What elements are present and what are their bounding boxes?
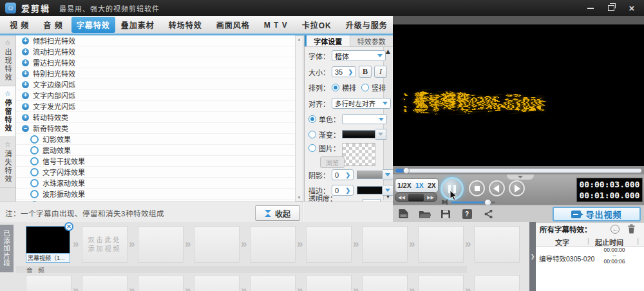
gradient-swatch[interactable] xyxy=(342,130,375,138)
italic-button[interactable]: I xyxy=(374,66,387,78)
subtitle-row-text[interactable]: 编导特效0305-020 xyxy=(539,254,594,263)
effect-item[interactable]: 水珠滚动效果 xyxy=(16,178,295,189)
effect-group-expanded[interactable]: 新奇特效类 xyxy=(16,123,295,134)
audio-placeholder[interactable] xyxy=(138,275,184,291)
shadow-stepper[interactable]: 0 xyxy=(332,169,354,180)
expand-icon[interactable] xyxy=(22,103,29,110)
expand-icon[interactable] xyxy=(22,92,29,99)
bold-button[interactable]: B xyxy=(359,66,372,78)
clip-placeholder[interactable] xyxy=(474,226,520,263)
added-clips-tab[interactable]: 已添加片段 xyxy=(0,225,14,272)
radio-solid-color[interactable] xyxy=(308,115,316,123)
tab-upgrade[interactable]: 升级与服务 xyxy=(340,17,393,33)
panel-expand-handle[interactable] xyxy=(529,222,536,291)
align-select[interactable]: 多行时左对齐 xyxy=(332,98,391,109)
clip-placeholder[interactable] xyxy=(362,226,408,263)
help-button[interactable]: ? xyxy=(460,208,473,220)
export-video-button[interactable]: 导出视频 xyxy=(553,207,641,221)
image-swatch[interactable] xyxy=(342,143,375,166)
expand-icon[interactable] xyxy=(22,70,29,77)
tab-karaoke[interactable]: 卡拉OK xyxy=(296,17,337,33)
back-arrow-button[interactable]: ← xyxy=(611,225,620,234)
shuttle-knob[interactable] xyxy=(408,193,424,202)
effect-group[interactable]: 文字边缘闪烁 xyxy=(16,79,295,90)
tab-font-settings[interactable]: 字体设置 xyxy=(305,35,350,46)
radio-vertical[interactable] xyxy=(361,84,369,91)
tab-effect-params[interactable]: 特效参数 xyxy=(350,35,393,46)
effect-item[interactable]: 信号干扰效果 xyxy=(16,156,295,167)
clip-placeholder[interactable] xyxy=(418,226,464,263)
open-project-button[interactable] xyxy=(418,208,431,220)
effect-group[interactable]: 倾斜扫光特效 xyxy=(16,35,295,46)
collapse-icon[interactable] xyxy=(22,125,29,132)
effect-item[interactable]: 文字闪烁效果 xyxy=(16,167,295,178)
browse-button[interactable]: 浏览 xyxy=(320,156,345,168)
audio-placeholder[interactable] xyxy=(306,275,352,291)
scroll-down-icon[interactable]: ▼ xyxy=(298,194,301,201)
tab-transitions[interactable]: 转场特效 xyxy=(163,17,208,33)
audio-placeholder[interactable] xyxy=(362,275,408,291)
gradient-dropdown[interactable] xyxy=(375,129,386,140)
tab-picture-style[interactable]: 画面风格 xyxy=(211,17,256,33)
tab-mtv[interactable]: M T V xyxy=(258,18,294,32)
effect-group[interactable]: 文字发光闪烁 xyxy=(16,101,295,112)
new-project-button[interactable] xyxy=(397,208,410,220)
scroll-up-icon[interactable]: ▲ xyxy=(298,36,301,42)
clip-remove-button[interactable]: ✕ xyxy=(64,222,73,231)
tab-audio[interactable]: 音 频 xyxy=(37,17,68,33)
shadow-color-swatch[interactable] xyxy=(357,171,383,179)
stroke-color-dropdown[interactable] xyxy=(383,185,393,196)
effect-group[interactable]: 雷达扫光特效 xyxy=(16,57,295,68)
effect-item[interactable]: 幻影效果 xyxy=(16,134,295,145)
font-size-stepper[interactable]: 35 xyxy=(332,66,356,77)
speed-2x[interactable]: 2X xyxy=(428,182,436,189)
tab-subtitle-effects[interactable]: 字幕特效 xyxy=(71,17,115,33)
effect-group[interactable]: 转动特效类 xyxy=(16,112,295,123)
volume-slider[interactable] xyxy=(451,202,495,203)
prev-frame-button[interactable] xyxy=(489,180,505,196)
speed-1x[interactable]: 1X xyxy=(415,182,424,189)
clip-placeholder[interactable] xyxy=(194,226,240,263)
font-family-select[interactable]: 楷体 xyxy=(332,50,386,61)
radio-horizontal[interactable] xyxy=(332,84,339,91)
radio-gradient[interactable] xyxy=(308,131,316,138)
close-button[interactable]: × xyxy=(627,4,636,13)
expand-icon[interactable] xyxy=(22,48,29,55)
audio-placeholder[interactable] xyxy=(250,275,296,291)
seek-bar[interactable] xyxy=(395,169,641,173)
audio-placeholder[interactable] xyxy=(474,275,520,291)
save-project-button[interactable] xyxy=(439,208,452,220)
minimize-button[interactable] xyxy=(586,4,595,13)
effect-item[interactable]: 震动效果 xyxy=(16,145,295,156)
clip-placeholder[interactable] xyxy=(138,226,184,263)
clip-thumbnail-black-video[interactable] xyxy=(26,226,70,254)
shadow-color-dropdown[interactable] xyxy=(383,169,393,180)
video-preview[interactable]: ：编导特效0305-02020 xyxy=(393,24,644,166)
audio-placeholder[interactable] xyxy=(82,275,128,291)
tab-video[interactable]: 视 频 xyxy=(4,17,35,33)
sidebar-item-appear-effects[interactable]: ☆ 出现特效 xyxy=(0,35,15,86)
sidebar-item-disappear-effects[interactable]: ☆ 消失特效 xyxy=(0,137,15,188)
restore-button[interactable] xyxy=(607,4,616,13)
expand-icon[interactable] xyxy=(22,37,29,44)
controls-collapse-handle[interactable] xyxy=(507,174,534,180)
speed-selector[interactable]: 1/2X 1X 2X xyxy=(395,178,439,192)
clip-placeholder[interactable] xyxy=(250,226,296,263)
radio-image[interactable] xyxy=(308,144,316,152)
collapse-button[interactable]: 收起 xyxy=(255,205,300,221)
stop-button[interactable] xyxy=(469,180,485,196)
effect-item[interactable]: 波形振动效果 xyxy=(16,189,295,200)
audio-placeholder[interactable] xyxy=(194,275,240,291)
expand-icon[interactable] xyxy=(22,81,29,88)
effect-list-scrollbar[interactable]: ▲ ▼ xyxy=(295,35,303,202)
effect-group[interactable]: 文字内部闪烁 xyxy=(16,90,295,101)
solid-color-select[interactable] xyxy=(342,114,387,124)
next-frame-button[interactable] xyxy=(509,180,525,196)
jog-shuttle[interactable]: ◀◀ ▶▶ xyxy=(395,192,437,202)
tab-overlay-material[interactable]: 叠加素材 xyxy=(115,17,160,33)
expand-icon[interactable] xyxy=(22,114,29,121)
audio-placeholder[interactable] xyxy=(418,275,464,291)
share-button[interactable] xyxy=(482,208,495,220)
seek-knob[interactable] xyxy=(403,167,410,174)
effect-group[interactable]: 特别扫光特效 xyxy=(16,68,295,79)
